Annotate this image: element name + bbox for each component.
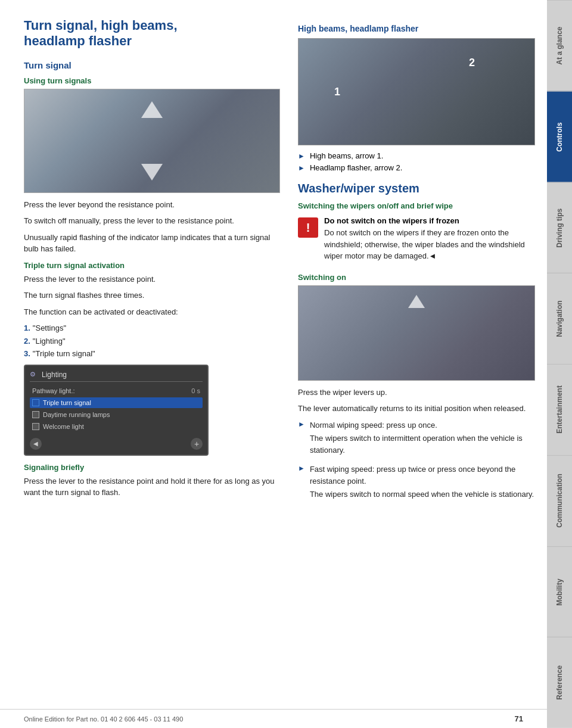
daytime-checkbox[interactable] [32, 411, 39, 418]
wiper-bullet-1-content: Normal wiping speed: press up once. The … [310, 419, 535, 461]
right-column: High beams, headlamp flasher 1 2 ► High … [298, 18, 535, 697]
using-turn-signals-heading: Using turn signals [24, 76, 280, 85]
daytime-row-label: Daytime running lamps [43, 411, 110, 418]
page-container: Turn signal, high beams, headlamp flashe… [0, 0, 572, 728]
settings-header-label: Lighting [42, 371, 67, 379]
welcome-checkbox[interactable] [32, 423, 39, 430]
high-beams-label-2: 2 [469, 57, 475, 69]
high-beams-heading: High beams, headlamp flasher [298, 24, 535, 33]
page-title: Turn signal, high beams, headlamp flashe… [24, 18, 280, 49]
settings-nav-row: ◀ + [30, 435, 203, 450]
bullet-arrow-icon-2: ► [298, 164, 305, 172]
triple-turn-signal-list: 1."Settings" 2."Lighting" 3."Triple turn… [24, 322, 280, 360]
page-footer: Online Edition for Part no. 01 40 2 606 … [0, 709, 547, 728]
daytime-running-row[interactable]: Daytime running lamps [30, 409, 203, 420]
wiper-bullet-2: ► Fast wiping speed: press up twice or p… [298, 463, 535, 505]
sidebar-tab-navigation[interactable]: Navigation [547, 273, 572, 364]
sidebar-tab-controls[interactable]: Controls [547, 91, 572, 182]
signaling-briefly-para: Press the lever to the resistance point … [24, 475, 280, 499]
switching-wipers-heading: Switching the wipers on/off and brief wi… [298, 201, 535, 210]
wiper-bullet-2-text2: The wipers switch to normal speed when t… [310, 489, 535, 500]
signaling-briefly-heading: Signaling briefly [24, 463, 280, 472]
high-beams-label-1: 1 [334, 86, 340, 98]
high-beams-bullet-text-1: High beams, arrow 1. [310, 151, 384, 160]
wiper-bullet-1-text1: Normal wiping speed: press up once. [310, 419, 535, 431]
triple-para3: The function can be activated or deactiv… [24, 306, 280, 318]
wiper-image [298, 285, 535, 381]
page-title-line2: headlamp flasher [24, 33, 132, 48]
wiper-bullet-2-text1: Fast wiping speed: press up twice or pre… [310, 463, 535, 487]
pathway-light-row: Pathway light.: 0 s [30, 385, 203, 396]
turn-signal-para1: Press the lever beyond the resistance po… [24, 199, 280, 211]
turn-signal-heading: Turn signal [24, 60, 280, 70]
pathway-label: Pathway light.: [32, 387, 75, 394]
wiper-bullet-1-text2: The wipers switch to intermittent operat… [310, 433, 535, 456]
sidebar: At a glance Controls Driving tips Naviga… [547, 0, 572, 728]
sidebar-tab-communication[interactable]: Communication [547, 455, 572, 546]
list-item-1: 1."Settings" [24, 322, 280, 334]
warning-title: Do not switch on the wipers if frozen [324, 216, 535, 225]
list-item-2: 2."Lighting" [24, 335, 280, 347]
triple-row-label: Triple turn signal [43, 399, 91, 406]
bullet-arrow-icon-4: ► [298, 464, 305, 472]
sidebar-tab-mobility[interactable]: Mobility [547, 546, 572, 637]
wiper-para1: Press the wiper levers up. [298, 387, 535, 399]
triple-checkbox[interactable] [32, 399, 39, 406]
triple-para2: The turn signal flashes three times. [24, 290, 280, 301]
bullet-arrow-icon-3: ► [298, 420, 305, 428]
welcome-light-row[interactable]: Welcome light [30, 421, 203, 432]
warning-icon: ! [298, 217, 318, 238]
warning-body: Do not switch on the wipers if they are … [324, 227, 535, 262]
high-beams-bullet-1: ► High beams, arrow 1. [298, 151, 535, 160]
turn-signal-image [24, 89, 280, 193]
wiper-bullet-2-content: Fast wiping speed: press up twice or pre… [310, 463, 535, 505]
welcome-row-label: Welcome light [43, 423, 84, 430]
high-beams-image: 1 2 [298, 38, 535, 145]
sidebar-tab-driving-tips[interactable]: Driving tips [547, 182, 572, 273]
turn-signal-para3: Unusually rapid flashing of the indicato… [24, 232, 280, 255]
wiper-bullet-1: ► Normal wiping speed: press up once. Th… [298, 419, 535, 461]
list-item-3: 3."Triple turn signal" [24, 348, 280, 360]
triple-turn-signal-row[interactable]: Triple turn signal [30, 397, 203, 408]
pathway-value: 0 s [191, 387, 200, 394]
switching-on-heading: Switching on [298, 273, 535, 282]
settings-header: ⚙ Lighting [30, 371, 203, 382]
high-beams-bullet-2: ► Headlamp flasher, arrow 2. [298, 163, 535, 172]
content-area: Turn signal, high beams, headlamp flashe… [0, 0, 547, 709]
left-column: Turn signal, high beams, headlamp flashe… [24, 18, 280, 697]
turn-signal-para2: To switch off manually, press the lever … [24, 215, 280, 227]
settings-gear-icon: ⚙ [30, 371, 38, 379]
high-beams-bullet-text-2: Headlamp flasher, arrow 2. [310, 163, 402, 172]
washer-wiper-heading: Washer/wiper system [298, 182, 535, 195]
page-title-line1: Turn signal, high beams, [24, 18, 178, 33]
settings-screen-mockup: ⚙ Lighting Pathway light.: 0 s Triple tu… [24, 365, 209, 456]
warning-text-block: Do not switch on the wipers if frozen Do… [324, 216, 535, 267]
sidebar-tab-at-a-glance[interactable]: At a glance [547, 0, 572, 91]
page-number: 71 [515, 714, 523, 723]
settings-nav-left-btn[interactable]: ◀ [30, 438, 42, 450]
sidebar-tab-entertainment[interactable]: Entertainment [547, 364, 572, 455]
wiper-para2: The lever automatically returns to its i… [298, 403, 535, 415]
triple-turn-signal-heading: Triple turn signal activation [24, 261, 280, 270]
warning-box: ! Do not switch on the wipers if frozen … [298, 216, 535, 267]
triple-para1: Press the lever to the resistance point. [24, 273, 280, 285]
footer-text: Online Edition for Part no. 01 40 2 606 … [24, 715, 183, 723]
main-content: Turn signal, high beams, headlamp flashe… [0, 0, 547, 728]
sidebar-tab-reference[interactable]: Reference [547, 637, 572, 728]
settings-nav-plus-btn[interactable]: + [191, 438, 203, 450]
bullet-arrow-icon-1: ► [298, 152, 305, 160]
